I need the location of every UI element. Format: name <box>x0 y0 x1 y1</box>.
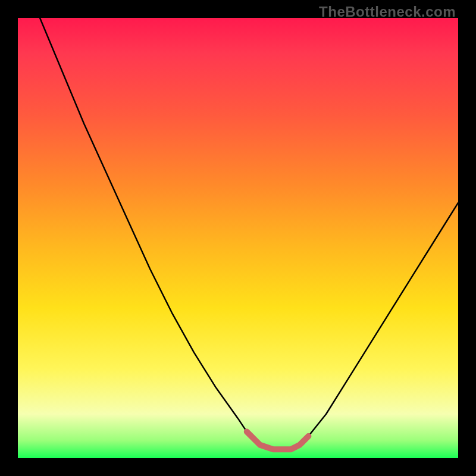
bottleneck-curve <box>40 18 458 449</box>
curve-svg <box>18 18 458 458</box>
plot-area <box>18 18 458 458</box>
chart-frame: TheBottleneck.com <box>0 0 476 476</box>
flat-minimum-highlight <box>247 432 309 450</box>
